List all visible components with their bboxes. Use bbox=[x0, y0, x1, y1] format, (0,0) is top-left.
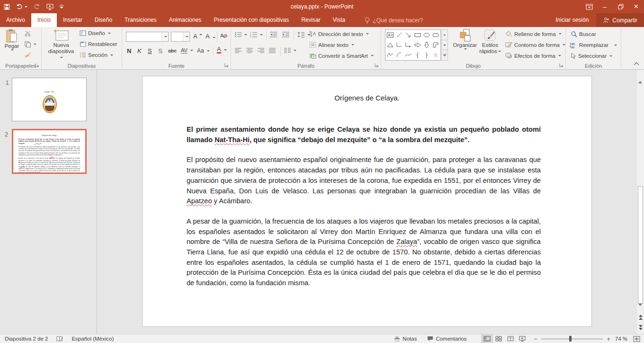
arrange-button[interactable]: Organizar bbox=[451, 29, 479, 50]
shapes-more-icon[interactable] bbox=[441, 50, 448, 61]
italic-button[interactable]: K bbox=[137, 47, 142, 54]
shape-curve-icon[interactable] bbox=[404, 50, 413, 60]
notes-button[interactable]: Notas bbox=[394, 336, 417, 342]
shape-oval-icon[interactable] bbox=[422, 30, 431, 40]
slide-paragraph[interactable]: El primer asentamiento donde hoy se erig… bbox=[187, 125, 541, 145]
restore-button[interactable] bbox=[613, 0, 628, 13]
select-button[interactable]: Seleccionar bbox=[571, 53, 612, 59]
fit-to-window-icon[interactable] bbox=[633, 336, 640, 342]
align-right-button[interactable] bbox=[258, 48, 264, 53]
clear-formatting-button[interactable]: A bbox=[220, 32, 227, 39]
shape-triangle-icon[interactable] bbox=[385, 40, 394, 50]
grow-font-button[interactable]: A bbox=[193, 33, 202, 40]
format-painter-button[interactable] bbox=[25, 52, 31, 58]
view-reading-button[interactable] bbox=[505, 334, 517, 343]
shapes-scroll-up-icon[interactable] bbox=[441, 29, 448, 40]
spell-check-icon[interactable] bbox=[56, 336, 63, 342]
align-center-button[interactable] bbox=[246, 48, 253, 53]
collapse-ribbon-icon[interactable] bbox=[634, 62, 639, 65]
shape-textbox-icon[interactable] bbox=[385, 30, 394, 40]
align-text-button[interactable]: Alinear texto bbox=[309, 42, 354, 48]
paste-button[interactable]: Pegar bbox=[2, 29, 21, 51]
shape-rectangle-icon[interactable] bbox=[413, 30, 422, 40]
layout-button[interactable]: Diseño bbox=[80, 30, 111, 36]
slide-paragraph[interactable]: A pesar de la guarnición, la frecuencia … bbox=[187, 217, 541, 289]
zoom-out-button[interactable]: − bbox=[534, 335, 538, 343]
scrollbar-thumb[interactable] bbox=[638, 186, 643, 304]
replace-button[interactable]: abac Reemplazar bbox=[570, 42, 617, 48]
shape-rounded-rectangle-icon[interactable] bbox=[431, 30, 440, 40]
slide2-thumbnail[interactable]: Orígenes de Celaya. El primer asentamien… bbox=[12, 129, 87, 174]
justify-button[interactable] bbox=[269, 48, 276, 53]
quick-styles-button[interactable]: Estilos rápidos bbox=[479, 29, 501, 54]
shape-arrow-icon[interactable] bbox=[404, 30, 413, 40]
new-slide-dropdown-icon[interactable] bbox=[60, 57, 63, 58]
tab-archivo[interactable]: Archivo bbox=[0, 13, 31, 27]
shape-right-arrow-icon[interactable] bbox=[413, 40, 422, 50]
reset-button[interactable]: Restablecer bbox=[80, 41, 117, 47]
change-case-button[interactable]: Aa bbox=[197, 47, 210, 54]
convert-smartart-button[interactable]: Convertir a SmartArt bbox=[309, 53, 374, 59]
paragraph-dialog-launcher-icon[interactable] bbox=[375, 63, 379, 68]
tab-insertar[interactable]: Insertar bbox=[57, 13, 89, 27]
shapes-gallery[interactable]: { } ☆ bbox=[385, 29, 441, 61]
underline-button[interactable]: S bbox=[148, 47, 152, 54]
clipboard-dialog-launcher-icon[interactable] bbox=[35, 63, 40, 68]
drawing-dialog-launcher-icon[interactable] bbox=[559, 63, 564, 68]
zoom-slider[interactable] bbox=[541, 334, 603, 343]
comments-button[interactable]: Comentarios bbox=[427, 336, 466, 342]
tab-presentacion[interactable]: Presentación con diapositivas bbox=[207, 13, 295, 27]
shape-effects-button[interactable]: Efectos de forma bbox=[505, 53, 561, 59]
language-indicator[interactable]: Español (México) bbox=[72, 336, 114, 342]
shape-elbow-connector-icon[interactable] bbox=[394, 40, 403, 50]
numbering-button[interactable]: 123 bbox=[250, 32, 263, 37]
strikethrough-button[interactable]: abc bbox=[168, 48, 177, 54]
decrease-indent-button[interactable] bbox=[270, 32, 277, 37]
shape-arc-icon[interactable] bbox=[394, 50, 403, 60]
tab-transiciones[interactable]: Transiciones bbox=[118, 13, 163, 27]
zoom-level[interactable]: 74 % bbox=[615, 336, 627, 342]
increase-indent-button[interactable] bbox=[282, 32, 289, 37]
tab-diseno[interactable]: Diseño bbox=[89, 13, 118, 27]
shape-fill-button[interactable]: Relleno de forma bbox=[505, 31, 562, 37]
vertical-scrollbar[interactable] bbox=[636, 70, 644, 334]
sign-in-button[interactable]: Iniciar sesión bbox=[548, 13, 596, 27]
zoom-in-button[interactable]: + bbox=[607, 335, 610, 343]
columns-button[interactable] bbox=[284, 48, 296, 53]
scroll-down-icon[interactable] bbox=[638, 306, 643, 315]
scroll-up-icon[interactable] bbox=[638, 73, 643, 81]
shape-star-icon[interactable]: ☆ bbox=[431, 50, 440, 60]
cut-button[interactable] bbox=[25, 31, 31, 36]
view-slideshow-button[interactable] bbox=[517, 334, 528, 343]
tab-animaciones[interactable]: Animaciones bbox=[163, 13, 208, 27]
tab-vista[interactable]: Vista bbox=[327, 13, 351, 27]
minimize-button[interactable]: – bbox=[597, 0, 613, 13]
shape-scribble-icon[interactable] bbox=[385, 50, 394, 60]
arrange-dropdown-icon[interactable] bbox=[464, 48, 467, 50]
paste-dropdown-icon[interactable] bbox=[11, 49, 14, 51]
shape-outline-button[interactable]: Contorno de forma bbox=[505, 42, 565, 48]
view-normal-button[interactable] bbox=[481, 334, 493, 343]
text-shadow-button[interactable]: S bbox=[158, 47, 162, 54]
font-size-combobox[interactable] bbox=[171, 32, 190, 42]
copy-button[interactable] bbox=[25, 41, 36, 47]
slide-indicator[interactable]: Diapositiva 2 de 2 bbox=[5, 336, 48, 342]
zoom-slider-handle[interactable] bbox=[569, 336, 572, 342]
new-slide-button[interactable]: Nueva diapositiva bbox=[46, 29, 76, 61]
shrink-font-button[interactable]: A bbox=[206, 33, 215, 40]
view-slide-sorter-button[interactable] bbox=[493, 334, 505, 343]
shape-right-brace-icon[interactable]: } bbox=[422, 50, 431, 60]
shape-corner-icon[interactable] bbox=[431, 40, 440, 50]
section-button[interactable]: Sección bbox=[80, 52, 113, 58]
shapes-scroll-down-icon[interactable] bbox=[441, 40, 448, 51]
previous-slide-icon[interactable] bbox=[639, 315, 643, 320]
shape-line-icon[interactable] bbox=[394, 30, 403, 40]
tab-revisar[interactable]: Revisar bbox=[295, 13, 327, 27]
shape-down-arrow-icon[interactable] bbox=[422, 40, 431, 50]
slide-canvas[interactable]: Orígenes de Celaya. El primer asentamien… bbox=[142, 76, 592, 327]
tab-inicio[interactable]: Inicio bbox=[31, 13, 57, 27]
font-color-button[interactable]: A bbox=[217, 46, 227, 54]
next-slide-icon[interactable] bbox=[639, 325, 643, 330]
slide-body-text[interactable]: El primer asentamiento donde hoy se erig… bbox=[187, 125, 541, 289]
close-button[interactable]: × bbox=[628, 0, 644, 13]
